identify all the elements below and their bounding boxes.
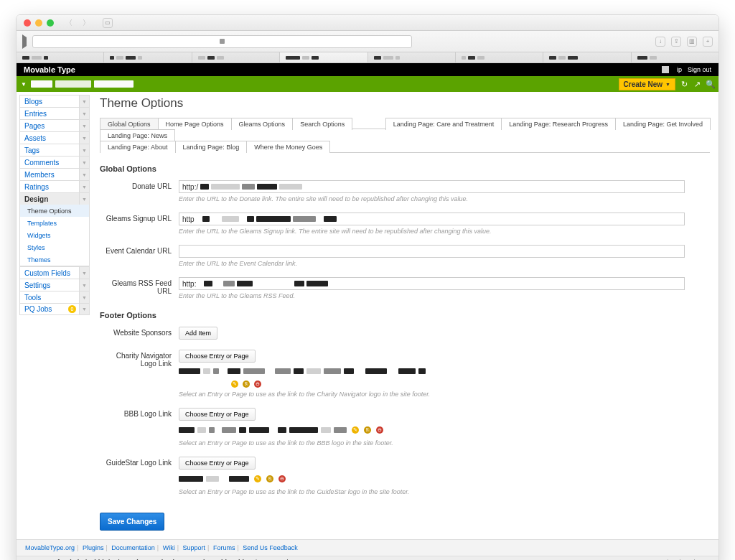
browser-tab[interactable]	[632, 52, 718, 62]
sidebar-icon[interactable]: ▭	[103, 18, 113, 28]
minimize-dot[interactable]	[35, 19, 42, 27]
btn-add-item[interactable]: Add Item	[179, 327, 217, 340]
edit-icon[interactable]: ✎	[231, 381, 238, 388]
page-title: Theme Options	[100, 96, 710, 111]
link-wiki[interactable]: Wiki	[163, 544, 175, 551]
link-forums[interactable]: Forums	[213, 544, 235, 551]
sidebar-item-blogs[interactable]: Blogs▼	[19, 95, 90, 107]
tabs-icon[interactable]: ▥	[687, 37, 697, 47]
btn-choose-guidestar[interactable]: Choose Entry or Page	[179, 457, 256, 470]
tab-lp-money[interactable]: Where the Money Goes	[246, 141, 330, 153]
link-icon[interactable]: ⎘	[266, 475, 273, 482]
label-rss-feed: Gleams RSS Feed URL	[100, 277, 179, 299]
mt-header: Movable Type ip Sign out	[17, 63, 718, 76]
input-rss-feed[interactable]: http:	[179, 277, 685, 290]
link-mt-org[interactable]: MovableType.org	[25, 544, 75, 551]
sidebar-item-comments[interactable]: Comments▼	[19, 156, 90, 168]
hint-bbb: Select an Entry or Page to use as the li…	[179, 439, 710, 447]
input-event-cal[interactable]	[179, 245, 685, 258]
hint-donate-url: Enter the URL to the Donate link. The en…	[179, 195, 710, 202]
hint-charity-nav: Select an Entry or Page to use as the li…	[179, 391, 710, 398]
signout-link[interactable]: Sign out	[688, 66, 711, 73]
label-guidestar: GuideStar Logo Link	[100, 457, 179, 495]
user-link[interactable]: ip	[677, 66, 682, 73]
browser-tab[interactable]	[17, 52, 104, 62]
zoom-dot[interactable]	[47, 19, 54, 27]
tab-lp-care[interactable]: Landing Page: Care and Treatment	[385, 118, 502, 130]
sidebar-item-entries[interactable]: Entries▼	[19, 107, 90, 119]
input-gleams-signup[interactable]: http	[179, 213, 685, 225]
label-sponsors: Website Sponsors	[100, 327, 179, 340]
sidebar-item-assets[interactable]: Assets▼	[19, 131, 90, 144]
sidebar-item-settings[interactable]: Settings▼	[19, 279, 90, 291]
search-icon[interactable]: 🔍	[706, 80, 714, 88]
tab-strip: Global Options Home Page Options Gleams …	[100, 118, 710, 153]
sidebar-item-pq-jobs[interactable]: PQ Jobs0▼	[19, 303, 90, 315]
tab-lp-news[interactable]: Landing Page: News	[100, 129, 175, 141]
publish-icon[interactable]: ↗	[693, 80, 701, 88]
mac-title-bar: 〈 〉 ▭	[17, 15, 718, 31]
input-donate-url[interactable]: http:/	[179, 180, 685, 193]
tab-gleams[interactable]: Gleams Options	[231, 118, 294, 130]
linked-entry-charity	[179, 368, 710, 374]
browser-tab[interactable]	[192, 52, 280, 62]
nav-back-icon[interactable]: 〈	[65, 18, 72, 28]
downloads-icon[interactable]: ↓	[655, 37, 665, 47]
hint-gleams-signup: Enter the URL to the Gleams Signup link.…	[179, 228, 710, 235]
sidebar-sub-templates[interactable]: Templates	[20, 217, 89, 229]
sidebar-item-ratings[interactable]: Ratings▼	[19, 180, 90, 192]
sidebar-item-pages[interactable]: Pages▼	[19, 119, 90, 131]
tab-lp-about[interactable]: Landing Page: About	[100, 141, 176, 153]
new-tab-icon[interactable]: +	[703, 37, 713, 47]
link-feedback[interactable]: Send Us Feedback	[243, 544, 298, 551]
sidebar-sub-widgets[interactable]: Widgets	[20, 229, 89, 241]
section-global-title: Global Options	[100, 164, 710, 173]
tab-lp-research[interactable]: Landing Page: Research Progress	[501, 118, 616, 130]
sidebar-sub-styles[interactable]: Styles	[20, 241, 89, 253]
footer-links: MovableType.org| Plugins| Documentation|…	[17, 539, 718, 556]
tab-search[interactable]: Search Options	[292, 118, 352, 130]
link-docs[interactable]: Documentation	[111, 544, 155, 551]
edit-icon[interactable]: ✎	[254, 475, 261, 482]
remove-icon[interactable]: ⊖	[278, 475, 286, 482]
browser-tab[interactable]	[456, 52, 543, 62]
browser-tab[interactable]	[543, 52, 631, 62]
browser-tab[interactable]	[280, 52, 368, 62]
link-icon[interactable]: ⎘	[243, 381, 250, 388]
remove-icon[interactable]: ⊖	[376, 426, 383, 434]
address-bar[interactable]	[32, 35, 412, 48]
label-bbb: BBB Logo Link	[100, 408, 179, 447]
scope-chevron-icon[interactable]: ▼	[21, 81, 27, 88]
sidebar-item-members[interactable]: Members▼	[19, 168, 90, 180]
section-footer-title: Footer Options	[100, 311, 710, 319]
tab-lp-involved[interactable]: Landing Page: Get Involved	[615, 118, 711, 130]
hint-event-cal: Enter the URL to the Event Calendar link…	[179, 260, 710, 267]
reader-icon[interactable]	[22, 37, 27, 46]
btn-choose-charity[interactable]: Choose Entry or Page	[179, 350, 256, 363]
save-button[interactable]: Save Changes	[100, 513, 164, 531]
tab-lp-blog[interactable]: Landing Page: Blog	[175, 141, 248, 153]
label-event-cal: Event Calendar URL	[100, 245, 179, 267]
edit-icon[interactable]: ✎	[352, 426, 359, 434]
share-icon[interactable]: ⇪	[671, 37, 681, 47]
browser-tab[interactable]	[104, 52, 192, 62]
sidebar-item-tags[interactable]: Tags▼	[19, 144, 90, 156]
sidebar-item-custom-fields[interactable]: Custom Fields▼	[19, 266, 90, 279]
link-icon[interactable]: ⎘	[364, 426, 371, 434]
browser-tab[interactable]	[368, 52, 456, 62]
sidebar-item-design[interactable]: Design▼	[19, 192, 90, 205]
remove-icon[interactable]: ⊖	[254, 381, 261, 388]
tab-home[interactable]: Home Page Options	[158, 118, 232, 130]
sidebar-sub-theme-options[interactable]: Theme Options	[20, 205, 89, 217]
sidebar-sub-themes[interactable]: Themes	[20, 253, 89, 266]
nav-forward-icon[interactable]: 〉	[83, 18, 90, 28]
sidebar-item-tools[interactable]: Tools▼	[19, 291, 90, 303]
create-new-button[interactable]: Create New▼	[619, 78, 675, 90]
tab-global[interactable]: Global Options	[100, 118, 159, 130]
link-support[interactable]: Support	[183, 544, 206, 551]
link-plugins[interactable]: Plugins	[83, 544, 104, 551]
refresh-icon[interactable]: ↻	[680, 80, 688, 88]
close-dot[interactable]	[24, 19, 31, 27]
btn-choose-bbb[interactable]: Choose Entry or Page	[179, 408, 256, 421]
avatar-icon[interactable]	[662, 66, 669, 73]
